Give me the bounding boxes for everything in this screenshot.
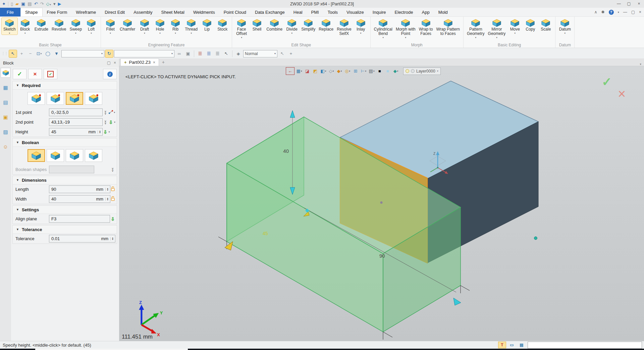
dropdown-arrow-icon[interactable]: ▾	[159, 32, 161, 35]
ribbon-button-cylindrical-bend[interactable]: Cylindrical Bend▾	[372, 18, 394, 39]
confirm-cancel-handle[interactable]: ×	[618, 86, 626, 101]
app-logo-icon[interactable]: ✦	[2, 2, 6, 6]
ribbon-button-move[interactable]: Move▾	[507, 18, 523, 35]
new-tab-button[interactable]: +	[159, 59, 168, 66]
ribbon-button-sweep[interactable]: Sweep▾	[68, 18, 84, 35]
block-type-two-corners-option[interactable]	[66, 92, 83, 105]
isometric-view-icon[interactable]: ◆▾	[336, 68, 343, 75]
ribbon-button-morph-with-point[interactable]: Morph with Point▾	[394, 18, 417, 39]
expand-input-icon[interactable]: ∨∨	[104, 111, 107, 115]
settings-gear-icon[interactable]: ✱	[601, 10, 605, 14]
menu-app[interactable]: App	[418, 8, 434, 16]
length-input[interactable]: 90 mm ▲▼	[49, 185, 110, 193]
wireframe-cube-icon[interactable]: ◇▾	[328, 68, 335, 75]
ribbon-button-simplify[interactable]: Simplify	[300, 18, 317, 35]
boolean-base-option[interactable]	[28, 149, 45, 162]
filter-icon[interactable]: ▼	[53, 50, 60, 57]
recycle-input-icon[interactable]: ↻	[105, 50, 113, 57]
reuse-value-icon[interactable]: ⇩	[103, 129, 107, 135]
boolean-header[interactable]: ▼Boolean	[13, 138, 117, 147]
dropdown-arrow-icon[interactable]: ▾	[75, 32, 76, 35]
mdi-restore-icon[interactable]: ▢	[631, 10, 635, 14]
customize-icon[interactable]: ▾	[53, 2, 56, 6]
help-icon[interactable]: ?	[609, 10, 614, 15]
reuse-dropdown-icon[interactable]: ▾	[114, 121, 115, 124]
ribbon-button-draft[interactable]: Draft▾	[137, 18, 152, 35]
user-icon[interactable]: ☺	[1, 142, 10, 151]
align-view-icon[interactable]: ◩	[312, 68, 319, 75]
menu-inquire[interactable]: Inquire	[368, 8, 390, 16]
height-spinner[interactable]: ▲▼	[98, 130, 101, 134]
monitor-icon[interactable]: ▭	[508, 342, 516, 348]
tolerance-header[interactable]: ▼Tolerance	[13, 225, 117, 234]
list-manager-blue-icon[interactable]: ☰	[205, 50, 213, 57]
dropdown-arrow-icon[interactable]: ▾	[144, 32, 145, 35]
apply-button[interactable]: ✓	[44, 69, 57, 79]
cursor-pick-icon[interactable]: ↖	[278, 50, 286, 57]
visual-manager-icon[interactable]: ▣	[1, 113, 10, 122]
mdi-minimize-icon[interactable]: —	[623, 10, 627, 14]
block-type-height-option[interactable]	[85, 92, 102, 105]
dropdown-arrow-icon[interactable]: ▾	[191, 32, 192, 35]
menu-weldments[interactable]: Weldments	[189, 8, 219, 16]
viewport[interactable]: ←▦▾◪◩◧▾◇▾◆▾◎▾⊞⊢▾▤▾■■◆▾Layer0000▾ <LEFT-C…	[119, 66, 644, 341]
block-type-corner-option[interactable]	[47, 92, 64, 105]
ribbon-button-replace[interactable]: Replace	[317, 18, 335, 35]
align-plane-input[interactable]: F3	[49, 215, 110, 223]
locate-icon[interactable]: ⌖	[287, 50, 295, 57]
layer-color-icon[interactable]	[411, 69, 415, 73]
restore-icon[interactable]: ▢	[624, 0, 634, 8]
list-manager-gray-icon[interactable]: ☰	[214, 50, 221, 57]
confirm-ok-handle[interactable]: ✓	[602, 75, 612, 89]
info-button[interactable]: i	[103, 69, 117, 79]
input-history-select[interactable]: ▾	[114, 50, 174, 57]
pick-remove-icon[interactable]: −	[26, 50, 34, 57]
menu-assembly[interactable]: Assembly	[129, 8, 157, 16]
list-manager-red-icon[interactable]: ☰	[196, 50, 204, 57]
entity-filter-select[interactable]: ▾	[61, 50, 104, 57]
open-file-icon[interactable]: ▰	[15, 2, 19, 6]
ribbon-button-divide[interactable]: Divide▾	[284, 18, 300, 35]
close-icon[interactable]: ×	[634, 0, 644, 8]
boolean-intersect-option[interactable]	[85, 149, 102, 162]
ribbon-button-pattern-geometry[interactable]: Pattern Geometry▾	[465, 18, 486, 39]
cancel-button[interactable]: ×	[28, 69, 42, 79]
expand-input-icon[interactable]: ∨∨	[104, 120, 107, 124]
dropdown-arrow-icon[interactable]: ▾	[9, 32, 10, 35]
menu-electrode[interactable]: Electrode	[390, 8, 418, 16]
shaded-cube-icon[interactable]: ◧▾	[320, 68, 327, 75]
dimensions-header[interactable]: ▼Dimensions	[13, 176, 117, 184]
tab-close-icon[interactable]: ×	[153, 60, 155, 65]
dropdown-arrow-icon[interactable]: ▾	[110, 32, 111, 35]
unlock-icon[interactable]	[110, 196, 115, 202]
snap-select[interactable]: Normal▾	[243, 50, 277, 57]
dropdown-arrow-icon[interactable]: ▾	[360, 32, 362, 35]
help-dropdown-icon[interactable]: ▾	[618, 11, 619, 14]
ribbon-button-revolve[interactable]: Revolve	[50, 18, 68, 35]
dropdown-arrow-icon[interactable]: ▾	[565, 32, 566, 35]
ribbon-button-resolve-selfx[interactable]: Resolve SelfX	[335, 18, 353, 39]
render-manager-icon[interactable]: ▨	[1, 127, 10, 136]
pick-polygon-icon[interactable]: ◯	[44, 50, 52, 57]
menu-shape[interactable]: Shape	[20, 8, 43, 16]
menu-visualize[interactable]: Visualize	[342, 8, 368, 16]
second-point-input[interactable]: 43,13,-19	[49, 118, 103, 126]
expand-input-icon[interactable]: ∨∨	[111, 168, 114, 172]
tolerance-input[interactable]: 0.01 mm ▲▼	[49, 235, 115, 243]
dropdown-arrow-icon[interactable]: ▾	[383, 36, 384, 39]
command-input[interactable]	[528, 342, 642, 349]
ribbon-button-extrude[interactable]: Extrude	[33, 18, 50, 35]
ribbon-button-thread[interactable]: Thread▾	[183, 18, 199, 35]
dropdown-arrow-icon[interactable]: ▾	[475, 36, 477, 39]
settings-header[interactable]: ▼Settings	[13, 206, 117, 214]
menu-sheet-metal[interactable]: Sheet Metal	[157, 8, 189, 16]
pick-mode-icon[interactable]: ▦▾	[296, 68, 303, 75]
height-drag-arrow-up[interactable]	[290, 111, 295, 118]
ribbon-button-lip[interactable]: Lip	[199, 18, 215, 35]
menu-mold[interactable]: Mold	[434, 8, 452, 16]
lock-pick-icon[interactable]: ▣	[184, 50, 192, 57]
background-dark-swatch[interactable]: ■	[376, 68, 383, 75]
ribbon-button-scale[interactable]: Scale	[538, 18, 553, 35]
required-header[interactable]: ▼Required	[13, 81, 117, 90]
layer-select[interactable]: Layer0000▾	[403, 68, 441, 75]
